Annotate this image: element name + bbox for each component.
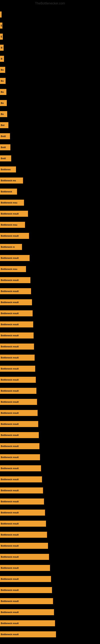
bar-label-4: B xyxy=(0,45,3,51)
bar-label-31: Bottleneck result xyxy=(0,344,34,350)
bar-row-53: Bottleneck result xyxy=(0,584,100,596)
bar-label-26: Bottleneck result xyxy=(0,288,31,294)
bar-row-22: Bottleneck re xyxy=(0,241,100,252)
bar-label-46: Bottleneck result xyxy=(0,510,45,516)
bar-label-12: Bottl xyxy=(0,133,10,139)
bar-label-29: Bottleneck result xyxy=(0,322,33,328)
bar-label-36: Bottleneck result xyxy=(0,399,37,405)
bar-label-39: Bottleneck result xyxy=(0,432,39,438)
bar-label-16: Bottleneck res xyxy=(0,178,23,184)
bar-row-50: Bottleneck result xyxy=(0,551,100,562)
bar-label-20: Bottleneck resu xyxy=(0,222,25,228)
bar-label-10: Bo xyxy=(0,111,7,117)
bar-row-54: Bottleneck result xyxy=(0,596,100,606)
bar-row-36: Bottleneck result xyxy=(0,396,100,407)
bar-row-14: Bottl xyxy=(0,153,100,164)
bar-label-42: Bottleneck result xyxy=(0,465,41,471)
bar-label-50: Bottleneck result xyxy=(0,554,49,560)
bar-row-17: Bottleneck xyxy=(0,186,100,197)
bar-row-21: Bottleneck result xyxy=(0,230,100,241)
bar-label-53: Bottleneck result xyxy=(0,587,52,593)
bar-row-24: Bottleneck resu xyxy=(0,264,100,274)
bar-label-30: Bottleneck result xyxy=(0,332,34,338)
bar-row-55: Bottleneck result xyxy=(0,606,100,618)
bar-label-45: Bottleneck result xyxy=(0,498,44,504)
bar-row-11: Bot xyxy=(0,120,100,130)
bar-label-6: Bo xyxy=(0,67,5,73)
bar-label-33: Bottleneck result xyxy=(0,366,35,372)
bar-label-13: Bottl xyxy=(0,144,10,150)
bar-row-33: Bottleneck result xyxy=(0,363,100,374)
bar-row-10: Bo xyxy=(0,108,100,120)
bar-label-47: Bottleneck result xyxy=(0,521,46,527)
bar-label-24: Bottleneck resu xyxy=(0,266,26,272)
bar-label-54: Bottleneck result xyxy=(0,598,53,604)
bar-row-8: Bo xyxy=(0,86,100,98)
bar-label-44: Bottleneck result xyxy=(0,488,43,494)
bar-label-40: Bottleneck result xyxy=(0,443,39,449)
bar-row-35: Bottleneck result xyxy=(0,385,100,396)
bar-row-16: Bottleneck res xyxy=(0,175,100,186)
bar-row-48: Bottleneck result xyxy=(0,529,100,540)
bar-row-12: Bottl xyxy=(0,130,100,142)
bar-row-38: Bottleneck result xyxy=(0,418,100,430)
bar-row-44: Bottleneck result xyxy=(0,485,100,496)
bar-row-41: Bottleneck result xyxy=(0,452,100,463)
bar-label-34: Bottleneck result xyxy=(0,377,36,383)
bar-row-31: Bottleneck result xyxy=(0,341,100,352)
site-title: TheBottlenecker.com xyxy=(0,0,100,7)
bar-label-37: Bottleneck result xyxy=(0,410,38,416)
bar-row-28: Bottleneck result xyxy=(0,308,100,319)
bars-container: EEBBBoBoBoBoBoBotBottlBottlBottlBottlene… xyxy=(0,7,100,642)
bar-row-34: Bottleneck result xyxy=(0,374,100,385)
bar-label-11: Bot xyxy=(0,122,8,128)
bar-row-49: Bottleneck result xyxy=(0,540,100,551)
bar-label-28: Bottleneck result xyxy=(0,310,33,316)
bar-row-9: Bo xyxy=(0,98,100,108)
bar-row-52: Bottleneck result xyxy=(0,573,100,584)
bar-row-20: Bottleneck resu xyxy=(0,219,100,230)
bar-row-51: Bottleneck result xyxy=(0,562,100,573)
bar-label-51: Bottleneck result xyxy=(0,565,50,571)
bar-row-18: Bottleneck resu xyxy=(0,197,100,208)
bar-row-7: Bo xyxy=(0,75,100,86)
bar-label-35: Bottleneck result xyxy=(0,388,36,394)
bar-label-19: Bottleneck result xyxy=(0,211,28,217)
bar-row-15: Bottlenec xyxy=(0,164,100,175)
bar-label-25: Bottleneck result xyxy=(0,277,30,283)
bar-label-49: Bottleneck result xyxy=(0,543,48,549)
bar-row-56: Bottleneck result xyxy=(0,618,100,629)
bar-label-56: Bottleneck result xyxy=(0,620,55,626)
bar-row-1 xyxy=(0,9,100,20)
bar-label-18: Bottleneck resu xyxy=(0,200,24,206)
bar-label-55: Bottleneck result xyxy=(0,609,54,615)
bar-row-27: Bottleneck result xyxy=(0,297,100,308)
bar-row-32: Bottleneck result xyxy=(0,352,100,363)
bar-label-9: Bo xyxy=(0,100,7,106)
bar-row-42: Bottleneck result xyxy=(0,463,100,474)
bar-row-57: Bottleneck result xyxy=(0,629,100,640)
bar-label-48: Bottleneck result xyxy=(0,532,47,538)
bar-row-30: Bottleneck result xyxy=(0,330,100,341)
bar-label-1 xyxy=(0,12,1,18)
bar-row-4: B xyxy=(0,42,100,53)
bar-label-21: Bottleneck result xyxy=(0,233,29,239)
bar-label-23: Bottleneck result xyxy=(0,255,30,261)
bar-row-47: Bottleneck result xyxy=(0,518,100,529)
bar-label-3: E xyxy=(0,34,3,40)
bar-row-37: Bottleneck result xyxy=(0,407,100,418)
bar-row-23: Bottleneck result xyxy=(0,252,100,264)
bar-label-41: Bottleneck result xyxy=(0,454,40,460)
bar-row-43: Bottleneck result xyxy=(0,474,100,485)
bar-row-39: Bottleneck result xyxy=(0,430,100,440)
bar-label-8: Bo xyxy=(0,89,6,95)
bar-label-57: Bottleneck result xyxy=(0,631,56,637)
bar-label-27: Bottleneck result xyxy=(0,299,32,305)
bar-row-2: E xyxy=(0,20,100,31)
bar-row-3: E xyxy=(0,31,100,42)
bar-label-22: Bottleneck re xyxy=(0,244,22,250)
bar-row-26: Bottleneck result xyxy=(0,286,100,297)
bar-label-52: Bottleneck result xyxy=(0,576,51,582)
bar-label-15: Bottlenec xyxy=(0,166,16,172)
bar-row-6: Bo xyxy=(0,64,100,75)
